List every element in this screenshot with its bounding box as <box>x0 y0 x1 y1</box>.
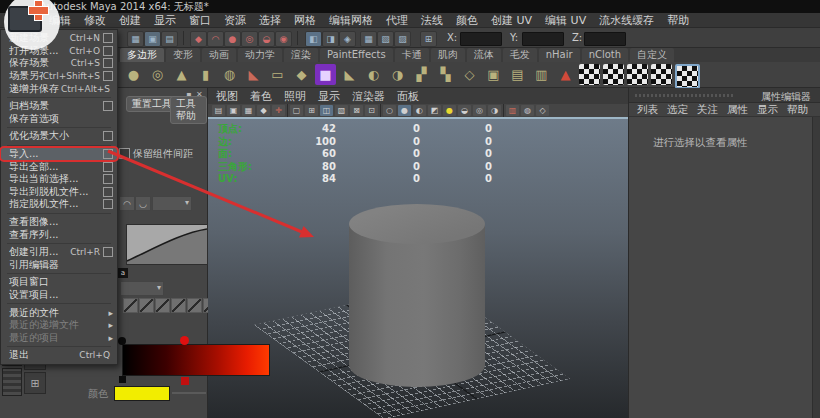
color-swatch-yellow[interactable] <box>114 386 170 401</box>
option-box-icon[interactable] <box>103 71 113 81</box>
curve-preset-smooth[interactable] <box>139 298 154 313</box>
bevel-icon[interactable]: ▣ <box>483 64 504 85</box>
menu-pipeline-cache[interactable]: 流水线缓存 <box>599 13 654 28</box>
construction-history-icon[interactable]: ◈ <box>339 31 356 47</box>
ramp-entry-red-handle[interactable] <box>180 336 189 345</box>
cylinder-top-cap[interactable] <box>349 204 485 244</box>
input-connections-icon[interactable]: ◧ <box>305 31 322 47</box>
option-box-icon[interactable] <box>103 131 113 141</box>
shelf-tab-rendering[interactable]: 渲染 <box>284 48 318 62</box>
image-plane-icon[interactable]: ▦ <box>242 105 255 116</box>
cylinder-body[interactable] <box>349 224 485 387</box>
menu-window[interactable]: 窗口 <box>189 13 211 28</box>
snap-view-plane-icon[interactable]: ◒ <box>258 31 275 47</box>
menu-item-save-scene[interactable]: 保存场景Ctrl+S <box>1 57 117 70</box>
uv-planar-map-icon[interactable] <box>579 64 600 85</box>
smooth-icon[interactable]: ▞ <box>411 64 432 85</box>
z-coordinate-input[interactable] <box>584 32 626 46</box>
viewport-menu-panels[interactable]: 面板 <box>397 89 419 104</box>
poly-pipe-icon[interactable]: ◆ <box>291 64 312 85</box>
menu-create-uv[interactable]: 创建 UV <box>491 13 532 28</box>
menu-item-export-selection[interactable]: 导出当前选择... <box>1 173 117 186</box>
quick-rig-icon[interactable]: ⊞ <box>420 31 437 47</box>
select-object-icon[interactable]: ▣ <box>144 31 161 47</box>
viewport-canvas[interactable]: 顶点: 42 0 0 边: 100 0 0 面: 60 0 0 <box>208 117 628 418</box>
menu-item-export-to-offline-file[interactable]: 导出到脱机文件... <box>1 186 117 199</box>
ae-menu-selected[interactable]: 选定 <box>667 103 688 117</box>
safe-title-icon[interactable]: ⊡ <box>365 105 378 116</box>
separate-icon[interactable]: ◑ <box>387 64 408 85</box>
wireframe-icon[interactable]: ○ <box>383 105 396 116</box>
poly-cone-icon[interactable]: ▲ <box>171 64 192 85</box>
curve-preset-dome[interactable] <box>171 298 186 313</box>
option-box-icon[interactable] <box>103 247 113 257</box>
shelf-tab-nhair[interactable]: nHair <box>539 48 580 62</box>
brush-profile-icon[interactable]: ◠ <box>119 196 135 211</box>
viewport-menu-renderer[interactable]: 渲染器 <box>352 89 385 104</box>
uv-spherical-map-icon[interactable] <box>627 64 648 85</box>
ae-menu-list[interactable]: 列表 <box>637 103 658 117</box>
extrude-icon[interactable]: ▤ <box>507 64 528 85</box>
layout-grid-icon[interactable]: ⊞ <box>24 372 46 394</box>
combine-icon[interactable]: ◐ <box>363 64 384 85</box>
menu-item-create-reference[interactable]: 创建引用...Ctrl+R <box>1 246 117 259</box>
menu-item-view-sequence[interactable]: 查看序列... <box>1 228 117 241</box>
menu-item-assign-offline-file[interactable]: 指定脱机文件... <box>1 198 117 211</box>
falloff-curve-graph[interactable] <box>126 224 208 265</box>
shelf-tab-toon[interactable]: 卡通 <box>395 48 429 62</box>
shelf-tab-polygons[interactable]: 多边形 <box>120 48 164 62</box>
sculpt-tool-icon[interactable]: ▲ <box>555 64 576 85</box>
option-box-icon[interactable] <box>103 199 113 209</box>
ramp-entry-black-handle[interactable] <box>118 337 126 345</box>
curve-preset-linear[interactable] <box>123 298 138 313</box>
menu-item-optimize-scene-size[interactable]: 优化场景大小 <box>1 130 117 143</box>
lock-camera-icon[interactable]: ▣ <box>227 105 240 116</box>
option-box-icon[interactable] <box>103 149 113 159</box>
reduce-icon[interactable]: ▚ <box>435 64 456 85</box>
shelf-tab-dynamics[interactable]: 动力学 <box>238 48 282 62</box>
uv-automatic-map-icon[interactable] <box>651 64 672 85</box>
snap-curve-icon[interactable]: ◠ <box>207 31 224 47</box>
snap-point-icon[interactable]: ● <box>224 31 241 47</box>
poly-cut-icon[interactable]: ◣ <box>243 64 264 85</box>
option-box-icon[interactable] <box>103 58 113 68</box>
menu-color[interactable]: 颜色 <box>456 13 478 28</box>
uv-cylindrical-map-icon[interactable] <box>603 64 624 85</box>
tool-help-button[interactable]: 工具帮助 <box>170 96 207 124</box>
poly-sphere-icon[interactable]: ● <box>123 64 144 85</box>
curve-preset-spike[interactable] <box>155 298 170 313</box>
menu-help[interactable]: 帮助 <box>667 13 689 28</box>
interpolation-dropdown[interactable]: ▾ <box>120 281 164 296</box>
shelf-tab-painteffects[interactable]: PaintEffects <box>320 48 393 62</box>
ae-menu-help[interactable]: 帮助 <box>787 103 808 117</box>
use-all-lights-icon[interactable]: ● <box>443 105 456 116</box>
menu-item-recent-files[interactable]: 最近的文件▸ <box>1 306 117 319</box>
menu-item-import[interactable]: 导入... <box>1 148 117 161</box>
2d-pan-zoom-icon[interactable]: ✛ <box>272 105 285 116</box>
render-settings-icon[interactable]: ▨ <box>394 31 411 47</box>
field-chart-icon[interactable]: ▧ <box>335 105 348 116</box>
menu-item-recent-increments[interactable]: 最近的递增文件▸ <box>1 319 117 332</box>
shadows-icon[interactable]: ◒ <box>458 105 471 116</box>
motion-blur-icon[interactable]: ◑ <box>488 105 501 116</box>
menu-normals[interactable]: 法线 <box>421 13 443 28</box>
option-box-icon[interactable] <box>103 174 113 184</box>
viewport-menu-show[interactable]: 显示 <box>318 89 340 104</box>
menu-item-exit[interactable]: 退出Ctrl+Q <box>1 349 117 362</box>
shelf-tab-deformation[interactable]: 变形 <box>166 48 200 62</box>
viewport-menu-view[interactable]: 视图 <box>216 89 238 104</box>
menu-item-save-scene-as[interactable]: 场景另存为...Ctrl+Shift+S <box>1 70 117 83</box>
menu-create[interactable]: 创建 <box>119 13 141 28</box>
shelf-tab-muscle[interactable]: 肌肉 <box>431 48 465 62</box>
menu-proxy[interactable]: 代理 <box>386 13 408 28</box>
textured-icon[interactable]: ◐ <box>413 105 426 116</box>
y-coordinate-input[interactable] <box>522 32 564 46</box>
layout-strip-icon[interactable] <box>2 368 22 396</box>
ae-menu-attributes[interactable]: 属性 <box>727 103 748 117</box>
menu-mesh[interactable]: 网格 <box>294 13 316 28</box>
curve-preset-bump[interactable] <box>187 298 202 313</box>
select-camera-icon[interactable]: ▤ <box>212 105 225 116</box>
shelf-tab-fur[interactable]: 毛发 <box>503 48 537 62</box>
output-connections-icon[interactable]: ◨ <box>322 31 339 47</box>
preserve-spacing-checkbox[interactable] <box>119 148 130 159</box>
